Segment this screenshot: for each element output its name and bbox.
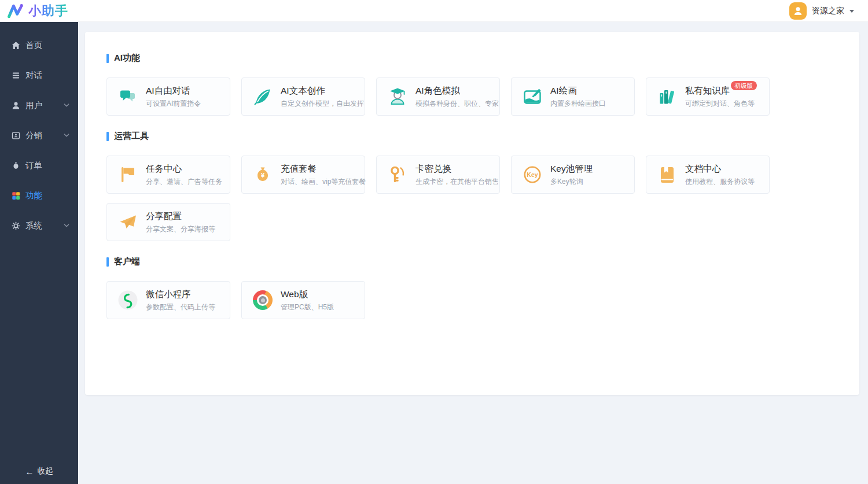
card-grid: 任务中心分享、邀请、广告等任务¥充值套餐对话、绘画、vip等充值套餐卡密兑换生成… (106, 156, 838, 241)
moneybag-icon: ¥ (252, 164, 273, 185)
card-title: 充值套餐 (281, 163, 317, 175)
person-icon (792, 5, 804, 17)
app-logo-mark-icon (7, 2, 24, 20)
chevron-down-icon (63, 102, 70, 109)
card-title-row: 私有知识库初级版 (685, 85, 757, 97)
card-subtitle: 可绑定到对话、角色等 (685, 99, 757, 109)
card-title-row: 文档中心 (685, 163, 755, 175)
sidebar-item-label: 系统 (25, 220, 42, 231)
sidebar-item-label: 首页 (25, 40, 42, 51)
card-web-version[interactable]: Web版管理PC版、H5版 (241, 281, 365, 319)
card-subtitle: 分享文案、分享海报等 (146, 224, 215, 234)
card-ai-text-creation[interactable]: AI文本创作自定义创作模型，自由发挥 (241, 77, 365, 116)
sidebar-collapse-button[interactable]: ← 收起 (0, 459, 78, 484)
gear-icon (11, 221, 21, 231)
sidebar-item-label: 分销 (25, 130, 42, 141)
card-subtitle: 内置多种绘画接口 (550, 99, 606, 109)
card-title: 分享配置 (146, 210, 182, 223)
card-text: 充值套餐对话、绘画、vip等充值套餐 (281, 163, 360, 187)
home-icon (11, 40, 21, 50)
key-icon (387, 164, 408, 185)
books-icon (657, 86, 678, 107)
avatar (789, 2, 807, 20)
card-task-center[interactable]: 任务中心分享、邀请、广告等任务 (106, 156, 230, 194)
card-share-config[interactable]: 分享配置分享文案、分享海报等 (106, 203, 230, 241)
sidebar-item-chat[interactable]: 对话 (0, 60, 78, 90)
section-title-accent-bar (106, 54, 109, 63)
card-title-row: AI角色模拟 (415, 85, 495, 97)
svg-text:¥: ¥ (261, 172, 265, 179)
sidebar-item-features[interactable]: 功能 (0, 180, 78, 210)
chat-bubbles-icon (117, 86, 138, 107)
chevron-down-icon (63, 132, 70, 139)
section-title: 运营工具 (106, 131, 838, 142)
section-title-accent-bar (106, 257, 109, 267)
card-title-row: AI自由对话 (146, 85, 201, 97)
svg-text:Key: Key (527, 171, 538, 178)
card-card-key-redeem[interactable]: 卡密兑换生成卡密，在其他平台销售 (376, 156, 500, 194)
card-text: AI自由对话可设置AI前置指令 (146, 85, 201, 109)
user-menu[interactable]: 资源之家 (789, 2, 868, 20)
app-logo[interactable]: 小助手 (0, 2, 68, 20)
card-key-pool-management[interactable]: KeyKey池管理多Key轮询 (511, 156, 635, 194)
sidebar: 首页对话用户分销订单功能系统 ← 收起 (0, 22, 78, 484)
card-title-row: 任务中心 (146, 163, 222, 175)
sidebar-item-system[interactable]: 系统 (0, 210, 78, 241)
card-ai-drawing[interactable]: AI绘画内置多种绘画接口 (511, 77, 635, 116)
card-title: Web版 (281, 289, 308, 301)
card-text: 私有知识库初级版可绑定到对话、角色等 (685, 85, 757, 109)
card-title: 文档中心 (685, 163, 721, 175)
chrome-icon (252, 290, 273, 311)
app-header: 小助手 资源之家 (0, 0, 868, 22)
sidebar-item-distribution[interactable]: 分销 (0, 120, 78, 150)
sidebar-item-label: 用户 (25, 100, 42, 111)
section-title: AI功能 (106, 53, 838, 64)
sidebar-item-label: 订单 (25, 160, 42, 171)
section-title-accent-bar (106, 132, 109, 141)
user-name: 资源之家 (812, 6, 844, 16)
card-title-row: Web版 (281, 289, 334, 301)
section-ai-features: AI功能AI自由对话可设置AI前置指令AI文本创作自定义创作模型，自由发挥AI角… (106, 53, 838, 116)
section-title-text: 客户端 (114, 256, 140, 267)
card-title-row: 卡密兑换 (415, 163, 495, 175)
card-text: 任务中心分享、邀请、广告等任务 (146, 163, 222, 187)
sidebar-item-home[interactable]: 首页 (0, 30, 78, 60)
card-title: AI文本创作 (281, 85, 325, 97)
app-title: 小助手 (28, 2, 68, 20)
card-subtitle: 管理PC版、H5版 (281, 302, 334, 312)
section-title: 客户端 (106, 256, 838, 267)
user-icon (11, 101, 21, 110)
card-ai-free-chat[interactable]: AI自由对话可设置AI前置指令 (106, 77, 230, 116)
card-title: AI角色模拟 (415, 85, 460, 97)
card-recharge-packages[interactable]: ¥充值套餐对话、绘画、vip等充值套餐 (241, 156, 365, 194)
card-subtitle: 模拟各种身份、职位、专家 (415, 99, 495, 109)
distribution-icon (11, 131, 21, 141)
card-badge: 初级版 (731, 81, 757, 91)
paint-icon (522, 86, 543, 107)
graduate-icon (387, 86, 408, 107)
card-subtitle: 自定义创作模型，自由发挥 (281, 99, 360, 109)
card-title-row: AI文本创作 (281, 85, 360, 97)
card-title: AI自由对话 (146, 85, 190, 97)
card-private-knowledge-base[interactable]: 私有知识库初级版可绑定到对话、角色等 (646, 77, 770, 116)
sidebar-item-label: 对话 (25, 70, 42, 81)
card-grid: AI自由对话可设置AI前置指令AI文本创作自定义创作模型，自由发挥AI角色模拟模… (106, 77, 838, 116)
main-content: AI功能AI自由对话可设置AI前置指令AI文本创作自定义创作模型，自由发挥AI角… (78, 22, 868, 484)
card-title-row: 充值套餐 (281, 163, 360, 175)
section-operation-tools: 运营工具任务中心分享、邀请、广告等任务¥充值套餐对话、绘画、vip等充值套餐卡密… (106, 131, 838, 241)
card-ai-role-simulation[interactable]: AI角色模拟模拟各种身份、职位、专家 (376, 77, 500, 116)
card-title-row: AI绘画 (550, 85, 606, 97)
card-doc-center[interactable]: 文档中心使用教程、服务协议等 (646, 156, 770, 194)
order-icon (11, 161, 21, 171)
collapse-label: 收起 (38, 466, 53, 476)
card-wechat-miniprogram[interactable]: 微信小程序参数配置、代码上传等 (106, 281, 230, 319)
key-pool-icon: Key (522, 164, 543, 185)
sidebar-item-users[interactable]: 用户 (0, 90, 78, 120)
paper-plane-icon (117, 212, 138, 232)
card-text: Key池管理多Key轮询 (550, 163, 593, 187)
card-text: 分享配置分享文案、分享海报等 (146, 210, 215, 234)
card-subtitle: 参数配置、代码上传等 (146, 302, 215, 312)
sidebar-nav: 首页对话用户分销订单功能系统 (0, 22, 78, 241)
sidebar-item-orders[interactable]: 订单 (0, 150, 78, 180)
caret-down-icon (849, 10, 854, 13)
